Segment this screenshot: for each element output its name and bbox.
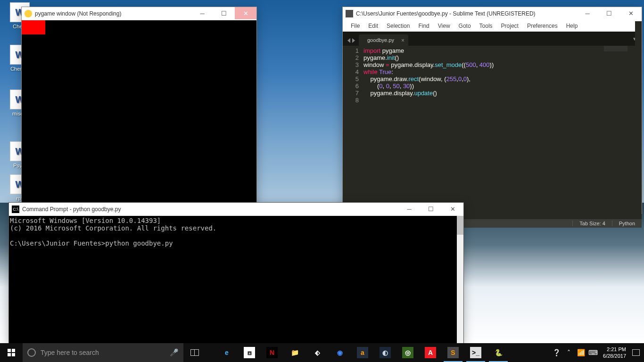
- svg-rect-2: [8, 353, 11, 356]
- mic-icon[interactable]: 🎤: [170, 348, 179, 357]
- task-view-icon: [190, 349, 199, 356]
- tab-label: goodbye.py: [367, 37, 394, 43]
- pygame-app-icon: [25, 10, 32, 17]
- tab-nav-right-icon[interactable]: [352, 38, 355, 43]
- taskbar-app-netflix[interactable]: N: [261, 343, 283, 362]
- taskbar-app-acrobat[interactable]: A: [419, 343, 442, 362]
- acrobat-icon: A: [425, 347, 436, 358]
- code-content[interactable]: import pygame pygame.init() window = pyg…: [363, 47, 642, 219]
- sublime-menubar: FileEditSelectionFindViewGotoToolsProjec…: [343, 20, 642, 32]
- maximize-button[interactable]: ☐: [420, 203, 442, 215]
- tripadvisor-icon: ◎: [402, 347, 413, 358]
- store-icon: ⧈: [244, 347, 255, 358]
- menu-edit[interactable]: Edit: [364, 21, 382, 31]
- python-icon: 🐍: [493, 347, 504, 358]
- close-button[interactable]: ✕: [620, 7, 642, 19]
- taskbar-app-python[interactable]: 🐍: [487, 343, 510, 362]
- cmd-window: Command Prompt - python goodbye.py ─ ☐ ✕…: [8, 202, 464, 344]
- sublime-window: C:\Users\Junior Fuentes\goodbye.py - Sub…: [342, 7, 642, 214]
- line-gutter: 12345678: [343, 47, 363, 219]
- taskbar-app-chrome[interactable]: ◉: [329, 343, 351, 362]
- tab-goodbye-py[interactable]: goodbye.py ×: [359, 34, 408, 46]
- tab-nav-left-icon[interactable]: [347, 38, 350, 43]
- notification-icon: [632, 349, 640, 356]
- search-placeholder: Type here to search: [41, 349, 99, 356]
- clock-time: 2:21 PM: [603, 346, 626, 353]
- pygame-window: pygame window (Not Responding) ─ ☐ ✕: [21, 7, 257, 207]
- taskbar-clock[interactable]: 2:21 PM 6/28/2017: [599, 346, 630, 359]
- keyboard-icon[interactable]: ⌨: [587, 343, 599, 362]
- maximize-button[interactable]: ☐: [213, 7, 235, 19]
- taskbar-app-tripadvisor[interactable]: ◎: [396, 343, 419, 362]
- netflix-icon: N: [266, 347, 278, 358]
- cmd-icon: >_: [470, 347, 481, 358]
- svg-rect-3: [12, 353, 15, 356]
- task-view-button[interactable]: [183, 343, 206, 362]
- menu-preferences[interactable]: Preferences: [523, 21, 562, 31]
- sublime-editor[interactable]: 12345678 import pygame pygame.init() win…: [343, 46, 642, 219]
- taskbar-app-steam[interactable]: ◐: [374, 343, 396, 362]
- menu-view[interactable]: View: [434, 21, 454, 31]
- maximize-button[interactable]: ☐: [598, 7, 620, 19]
- wifi-icon[interactable]: 📶: [575, 343, 587, 362]
- minimize-button[interactable]: ─: [398, 203, 420, 215]
- search-box[interactable]: Type here to search 🎤: [23, 343, 183, 362]
- tray-chevron-up-icon[interactable]: ˄: [562, 343, 575, 362]
- cmd-scrollbar[interactable]: [457, 216, 463, 343]
- svg-rect-1: [12, 349, 15, 352]
- cmd-console[interactable]: Microsoft Windows [Version 10.0.14393] (…: [9, 216, 457, 343]
- help-icon[interactable]: ❔: [550, 343, 562, 362]
- edge-icon: e: [221, 347, 232, 358]
- sublime-app-icon: [346, 10, 353, 17]
- editor-scrollbar[interactable]: [635, 21, 642, 205]
- taskbar-app-edge[interactable]: e: [215, 343, 238, 362]
- close-button[interactable]: ✕: [235, 7, 256, 19]
- sublime-tab-row: goodbye.py × ▼: [343, 32, 642, 46]
- taskbar: Type here to search 🎤 e⧈N📁⬖◉a◐◎AS>_🐍 ❔ ˄…: [0, 343, 644, 362]
- taskbar-app-sublime[interactable]: S: [442, 343, 464, 362]
- status-syntax[interactable]: Python: [612, 221, 642, 226]
- minimize-button[interactable]: ─: [191, 7, 213, 19]
- drawn-rectangle: [22, 20, 45, 34]
- close-button[interactable]: ✕: [442, 203, 463, 215]
- cmd-app-icon: [12, 206, 19, 213]
- taskbar-app-dropbox[interactable]: ⬖: [306, 343, 329, 362]
- svg-rect-0: [8, 349, 11, 352]
- dropbox-icon: ⬖: [312, 347, 323, 358]
- menu-file[interactable]: File: [347, 21, 364, 31]
- pygame-canvas: [22, 20, 256, 207]
- menu-selection[interactable]: Selection: [382, 21, 414, 31]
- menu-help[interactable]: Help: [562, 21, 582, 31]
- menu-project[interactable]: Project: [497, 21, 523, 31]
- sublime-icon: S: [447, 347, 459, 358]
- menu-tools[interactable]: Tools: [475, 21, 497, 31]
- pygame-titlebar[interactable]: pygame window (Not Responding) ─ ☐ ✕: [22, 7, 256, 20]
- sublime-titlebar[interactable]: C:\Users\Junior Fuentes\goodbye.py - Sub…: [343, 7, 642, 20]
- action-center-button[interactable]: [630, 343, 642, 362]
- clock-date: 6/28/2017: [603, 353, 626, 359]
- start-button[interactable]: [0, 343, 23, 362]
- cortana-icon: [27, 348, 36, 357]
- cmd-title: Command Prompt - python goodbye.py: [22, 206, 398, 213]
- taskbar-app-amazon[interactable]: a: [351, 343, 374, 362]
- cmd-titlebar[interactable]: Command Prompt - python goodbye.py ─ ☐ ✕: [9, 203, 463, 216]
- taskbar-app-store[interactable]: ⧈: [238, 343, 261, 362]
- pygame-title: pygame window (Not Responding): [35, 10, 191, 17]
- menu-find[interactable]: Find: [414, 21, 433, 31]
- amazon-icon: a: [357, 347, 368, 358]
- steam-icon: ◐: [380, 347, 391, 358]
- menu-goto[interactable]: Goto: [454, 21, 475, 31]
- sublime-title: C:\Users\Junior Fuentes\goodbye.py - Sub…: [356, 10, 577, 17]
- taskbar-app-explorer[interactable]: 📁: [283, 343, 306, 362]
- chrome-icon: ◉: [334, 347, 346, 358]
- tab-close-icon[interactable]: ×: [401, 37, 405, 44]
- status-tab-size[interactable]: Tab Size: 4: [572, 221, 611, 226]
- system-tray: ❔ ˄ 📶 ⌨ 2:21 PM 6/28/2017: [550, 343, 644, 362]
- taskbar-app-cmd[interactable]: >_: [464, 343, 487, 362]
- explorer-icon: 📁: [289, 347, 300, 358]
- minimize-button[interactable]: ─: [577, 7, 598, 19]
